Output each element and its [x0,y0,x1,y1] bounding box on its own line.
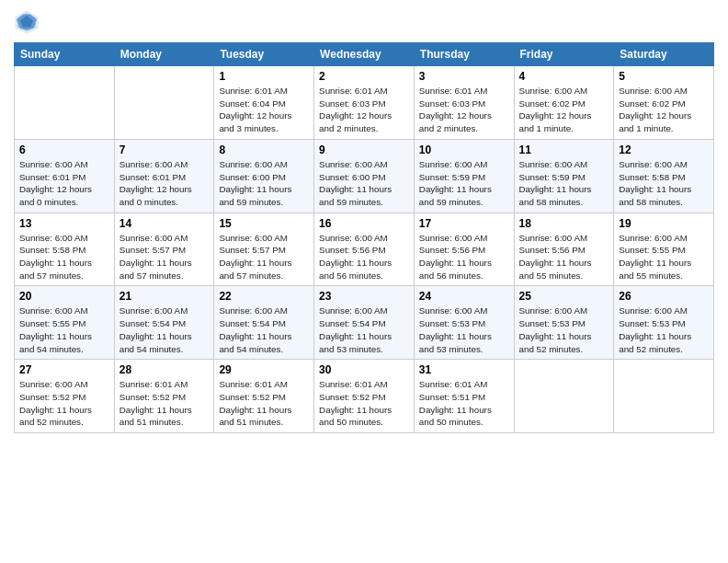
day-number: 16 [319,217,409,230]
day-number: 2 [319,70,409,83]
day-cell: 29Sunrise: 6:01 AMSunset: 5:52 PMDayligh… [214,360,314,433]
day-cell: 6Sunrise: 6:00 AMSunset: 6:01 PMDaylight… [15,139,115,213]
day-cell: 25Sunrise: 6:00 AMSunset: 5:53 PMDayligh… [514,286,614,360]
day-number: 18 [519,217,609,230]
day-cell: 14Sunrise: 6:00 AMSunset: 5:57 PMDayligh… [114,213,214,286]
day-info: Sunrise: 6:01 AMSunset: 5:51 PMDaylight:… [419,378,509,429]
day-info: Sunrise: 6:01 AMSunset: 6:03 PMDaylight:… [319,85,409,135]
day-cell: 21Sunrise: 6:00 AMSunset: 5:54 PMDayligh… [114,286,214,360]
page-header [14,9,714,35]
day-cell: 16Sunrise: 6:00 AMSunset: 5:56 PMDayligh… [314,213,415,286]
day-number: 15 [219,217,309,230]
day-number: 14 [119,217,210,230]
day-cell: 1Sunrise: 6:01 AMSunset: 6:04 PMDaylight… [214,66,314,140]
week-row-5: 27Sunrise: 6:00 AMSunset: 5:52 PMDayligh… [15,360,714,433]
day-cell: 24Sunrise: 6:00 AMSunset: 5:53 PMDayligh… [414,286,514,360]
day-info: Sunrise: 6:00 AMSunset: 5:59 PMDaylight:… [419,158,509,209]
day-info: Sunrise: 6:00 AMSunset: 5:55 PMDaylight:… [619,232,709,282]
day-number: 23 [319,290,409,303]
day-number: 10 [419,144,509,156]
day-info: Sunrise: 6:00 AMSunset: 6:02 PMDaylight:… [519,85,609,135]
weekday-header-friday: Friday [514,43,614,66]
day-info: Sunrise: 6:00 AMSunset: 6:02 PMDaylight:… [619,85,709,135]
day-cell [114,66,214,140]
day-number: 27 [19,363,109,376]
day-cell: 8Sunrise: 6:00 AMSunset: 6:00 PMDaylight… [214,139,314,213]
day-cell: 23Sunrise: 6:00 AMSunset: 5:54 PMDayligh… [314,286,415,360]
day-info: Sunrise: 6:00 AMSunset: 5:55 PMDaylight:… [19,304,109,355]
day-cell: 3Sunrise: 6:01 AMSunset: 6:03 PMDaylight… [414,66,514,140]
day-cell: 17Sunrise: 6:00 AMSunset: 5:56 PMDayligh… [414,213,514,286]
day-number: 28 [119,363,210,376]
day-info: Sunrise: 6:00 AMSunset: 5:58 PMDaylight:… [619,158,709,209]
day-number: 1 [219,70,309,83]
weekday-header-tuesday: Tuesday [214,43,314,66]
logo-area [14,9,41,35]
day-number: 13 [19,217,109,230]
day-info: Sunrise: 6:01 AMSunset: 6:03 PMDaylight:… [419,85,509,135]
week-row-2: 6Sunrise: 6:00 AMSunset: 6:01 PMDaylight… [15,139,714,213]
weekday-header-thursday: Thursday [414,43,514,66]
day-cell: 15Sunrise: 6:00 AMSunset: 5:57 PMDayligh… [214,213,314,286]
day-number: 31 [419,363,509,376]
day-info: Sunrise: 6:00 AMSunset: 5:57 PMDaylight:… [119,232,210,282]
day-info: Sunrise: 6:00 AMSunset: 5:52 PMDaylight:… [19,378,109,429]
day-info: Sunrise: 6:00 AMSunset: 5:53 PMDaylight:… [519,304,609,355]
day-info: Sunrise: 6:00 AMSunset: 5:59 PMDaylight:… [519,158,609,209]
day-number: 26 [619,290,709,303]
calendar-page: SundayMondayTuesdayWednesdayThursdayFrid… [0,0,728,563]
weekday-header-wednesday: Wednesday [314,43,415,66]
day-number: 3 [419,70,509,83]
day-number: 24 [419,290,509,303]
day-number: 11 [519,144,609,156]
day-number: 7 [119,144,210,156]
day-cell: 31Sunrise: 6:01 AMSunset: 5:51 PMDayligh… [414,360,514,433]
day-cell: 30Sunrise: 6:01 AMSunset: 5:52 PMDayligh… [314,360,415,433]
day-info: Sunrise: 6:00 AMSunset: 5:54 PMDaylight:… [219,304,309,355]
day-cell [15,66,115,140]
day-cell: 2Sunrise: 6:01 AMSunset: 6:03 PMDaylight… [314,66,415,140]
day-info: Sunrise: 6:00 AMSunset: 6:00 PMDaylight:… [219,158,309,209]
day-info: Sunrise: 6:00 AMSunset: 6:00 PMDaylight:… [319,158,409,209]
weekday-header-sunday: Sunday [15,43,115,66]
day-info: Sunrise: 6:00 AMSunset: 5:56 PMDaylight:… [319,232,409,282]
day-cell: 10Sunrise: 6:00 AMSunset: 5:59 PMDayligh… [414,139,514,213]
day-cell: 11Sunrise: 6:00 AMSunset: 5:59 PMDayligh… [514,139,614,213]
day-cell [614,360,714,433]
day-info: Sunrise: 6:01 AMSunset: 5:52 PMDaylight:… [119,378,210,429]
day-info: Sunrise: 6:00 AMSunset: 5:58 PMDaylight:… [19,232,109,282]
day-info: Sunrise: 6:01 AMSunset: 5:52 PMDaylight:… [219,378,309,429]
day-cell: 13Sunrise: 6:00 AMSunset: 5:58 PMDayligh… [15,213,115,286]
day-cell: 26Sunrise: 6:00 AMSunset: 5:53 PMDayligh… [614,286,714,360]
day-number: 6 [19,144,109,156]
logo-icon [14,9,40,35]
day-number: 22 [219,290,309,303]
weekday-header-saturday: Saturday [614,43,714,66]
day-cell: 9Sunrise: 6:00 AMSunset: 6:00 PMDaylight… [314,139,415,213]
day-cell: 7Sunrise: 6:00 AMSunset: 6:01 PMDaylight… [114,139,214,213]
day-cell: 28Sunrise: 6:01 AMSunset: 5:52 PMDayligh… [114,360,214,433]
day-number: 9 [319,144,409,156]
day-number: 19 [619,217,709,230]
day-number: 30 [319,363,409,376]
calendar-table: SundayMondayTuesdayWednesdayThursdayFrid… [14,42,714,433]
week-row-3: 13Sunrise: 6:00 AMSunset: 5:58 PMDayligh… [15,213,714,286]
day-cell: 19Sunrise: 6:00 AMSunset: 5:55 PMDayligh… [614,213,714,286]
day-info: Sunrise: 6:00 AMSunset: 5:53 PMDaylight:… [619,304,709,355]
day-cell: 27Sunrise: 6:00 AMSunset: 5:52 PMDayligh… [15,360,115,433]
day-info: Sunrise: 6:00 AMSunset: 6:01 PMDaylight:… [19,158,109,209]
day-number: 4 [519,70,609,83]
week-row-1: 1Sunrise: 6:01 AMSunset: 6:04 PMDaylight… [15,66,714,140]
day-info: Sunrise: 6:00 AMSunset: 5:54 PMDaylight:… [119,304,210,355]
day-info: Sunrise: 6:00 AMSunset: 5:53 PMDaylight:… [419,304,509,355]
day-number: 5 [619,70,709,83]
day-number: 21 [119,290,210,303]
day-info: Sunrise: 6:00 AMSunset: 5:57 PMDaylight:… [219,232,309,282]
day-cell: 12Sunrise: 6:00 AMSunset: 5:58 PMDayligh… [614,139,714,213]
day-number: 12 [619,144,709,156]
day-cell: 22Sunrise: 6:00 AMSunset: 5:54 PMDayligh… [214,286,314,360]
day-info: Sunrise: 6:00 AMSunset: 5:54 PMDaylight:… [319,304,409,355]
day-cell [514,360,614,433]
day-info: Sunrise: 6:00 AMSunset: 6:01 PMDaylight:… [119,158,210,209]
day-info: Sunrise: 6:01 AMSunset: 5:52 PMDaylight:… [319,378,409,429]
